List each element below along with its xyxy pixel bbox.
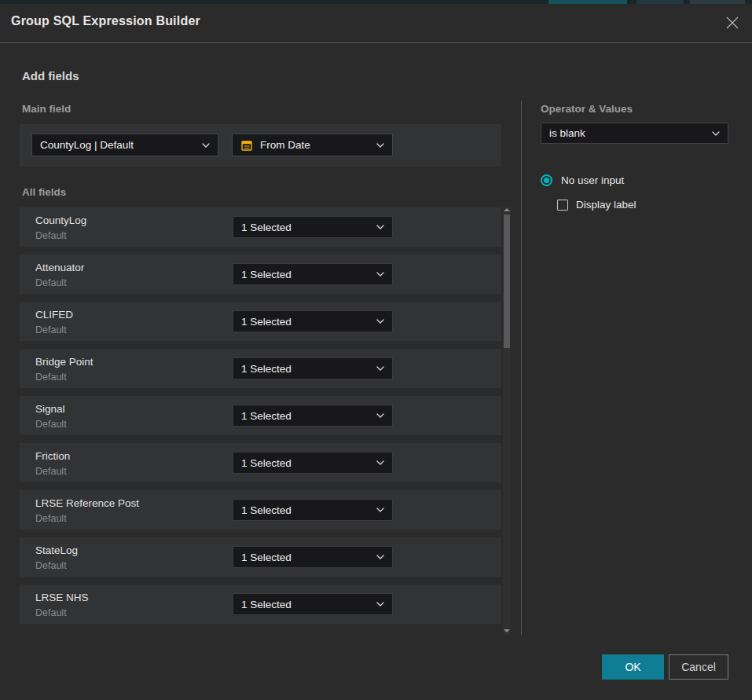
chevron-down-icon bbox=[376, 460, 384, 465]
field-select-value: From Date bbox=[260, 139, 310, 151]
group-sql-expression-builder-dialog: Group SQL Expression Builder Add fields … bbox=[0, 4, 752, 700]
chevron-down-icon bbox=[202, 143, 210, 148]
radio-selected-icon bbox=[541, 174, 552, 186]
display-label-text: Display label bbox=[576, 199, 636, 211]
field-name: Friction bbox=[35, 450, 70, 462]
chevron-down-icon bbox=[376, 143, 384, 148]
chevron-down-icon bbox=[712, 131, 720, 136]
values-selected-value: 1 Selected bbox=[241, 457, 292, 469]
chevron-down-icon bbox=[376, 366, 384, 371]
no-user-input-label: No user input bbox=[561, 174, 624, 186]
operator-dropdown[interactable]: is blank bbox=[541, 123, 728, 144]
values-selected-value: 1 Selected bbox=[241, 222, 292, 233]
chevron-down-icon bbox=[376, 272, 384, 277]
values-selected-dropdown[interactable]: 1 Selected bbox=[233, 263, 393, 285]
screen: Group SQL Expression Builder Add fields … bbox=[0, 0, 752, 700]
checkbox-unchecked-icon bbox=[557, 200, 568, 211]
calendar-icon bbox=[240, 139, 253, 152]
field-subtitle: Default bbox=[35, 324, 67, 335]
field-name: Signal bbox=[35, 403, 65, 415]
field-row: StateLog Default 1 Selected bbox=[20, 537, 501, 577]
values-selected-dropdown[interactable]: 1 Selected bbox=[233, 452, 393, 474]
values-selected-dropdown[interactable]: 1 Selected bbox=[233, 405, 393, 427]
field-select-dropdown[interactable]: From Date bbox=[232, 134, 393, 156]
field-subtitle: Default bbox=[35, 372, 67, 383]
operator-value: is blank bbox=[549, 127, 585, 139]
field-row: LRSE Reference Post Default 1 Selected bbox=[20, 490, 501, 530]
chevron-down-icon bbox=[376, 413, 384, 418]
field-row: CountyLog Default 1 Selected bbox=[20, 207, 501, 247]
values-selected-dropdown[interactable]: 1 Selected bbox=[233, 593, 393, 615]
field-name: LRSE NHS bbox=[35, 592, 89, 603]
values-selected-value: 1 Selected bbox=[241, 504, 292, 516]
no-user-input-radio[interactable]: No user input bbox=[541, 174, 624, 186]
ok-button[interactable]: OK bbox=[602, 654, 664, 680]
values-selected-value: 1 Selected bbox=[241, 363, 292, 375]
field-subtitle: Default bbox=[35, 560, 67, 571]
panel-divider bbox=[521, 101, 522, 635]
values-selected-dropdown[interactable]: 1 Selected bbox=[233, 546, 393, 568]
scrollbar-thumb[interactable] bbox=[504, 214, 510, 348]
layer-select-value: CountyLog | Default bbox=[40, 139, 134, 151]
display-label-checkbox[interactable]: Display label bbox=[557, 199, 636, 211]
operator-values-label: Operator & Values bbox=[541, 103, 633, 115]
layer-select-dropdown[interactable]: CountyLog | Default bbox=[31, 134, 218, 156]
field-name: CLIFED bbox=[35, 309, 73, 321]
field-subtitle: Default bbox=[35, 607, 67, 618]
field-name: CountyLog bbox=[35, 214, 86, 226]
all-fields-label: All fields bbox=[22, 186, 66, 198]
chevron-down-icon bbox=[376, 225, 384, 229]
values-selected-value: 1 Selected bbox=[241, 552, 292, 563]
chevron-down-icon bbox=[376, 319, 384, 324]
close-icon[interactable] bbox=[723, 13, 742, 32]
dialog-titlebar: Group SQL Expression Builder bbox=[0, 4, 752, 43]
values-selected-value: 1 Selected bbox=[241, 316, 292, 328]
values-selected-value: 1 Selected bbox=[241, 599, 292, 610]
field-row: Friction Default 1 Selected bbox=[20, 443, 501, 482]
chevron-down-icon bbox=[376, 602, 384, 607]
add-fields-heading: Add fields bbox=[22, 69, 79, 82]
list-scrollbar[interactable] bbox=[503, 207, 511, 635]
scroll-up-icon[interactable] bbox=[504, 208, 510, 211]
chevron-down-icon bbox=[376, 555, 384, 559]
cancel-button[interactable]: Cancel bbox=[669, 654, 728, 680]
all-fields-list: CountyLog Default 1 Selected Attenuator … bbox=[20, 207, 501, 624]
field-row: LRSE NHS Default 1 Selected bbox=[20, 585, 501, 624]
field-subtitle: Default bbox=[35, 513, 67, 524]
values-selected-value: 1 Selected bbox=[241, 410, 292, 422]
scroll-down-icon[interactable] bbox=[504, 629, 510, 632]
values-selected-dropdown[interactable]: 1 Selected bbox=[233, 357, 393, 379]
field-name: Attenuator bbox=[35, 262, 84, 273]
values-selected-value: 1 Selected bbox=[241, 269, 292, 280]
field-subtitle: Default bbox=[35, 230, 67, 241]
field-row: Signal Default 1 Selected bbox=[20, 396, 501, 435]
field-name: Bridge Point bbox=[35, 356, 94, 368]
main-field-panel: CountyLog | Default From Date bbox=[20, 124, 501, 167]
field-subtitle: Default bbox=[35, 419, 67, 430]
field-subtitle: Default bbox=[35, 277, 67, 288]
main-field-label: Main field bbox=[22, 103, 71, 115]
values-selected-dropdown[interactable]: 1 Selected bbox=[233, 310, 393, 332]
values-selected-dropdown[interactable]: 1 Selected bbox=[233, 216, 393, 238]
field-row: CLIFED Default 1 Selected bbox=[20, 302, 501, 341]
dialog-title: Group SQL Expression Builder bbox=[11, 14, 200, 28]
field-name: StateLog bbox=[35, 544, 78, 556]
values-selected-dropdown[interactable]: 1 Selected bbox=[233, 499, 393, 521]
field-row: Bridge Point Default 1 Selected bbox=[20, 349, 501, 388]
chevron-down-icon bbox=[376, 508, 384, 512]
field-subtitle: Default bbox=[35, 466, 67, 477]
field-name: LRSE Reference Post bbox=[35, 497, 139, 509]
field-row: Attenuator Default 1 Selected bbox=[20, 255, 501, 294]
